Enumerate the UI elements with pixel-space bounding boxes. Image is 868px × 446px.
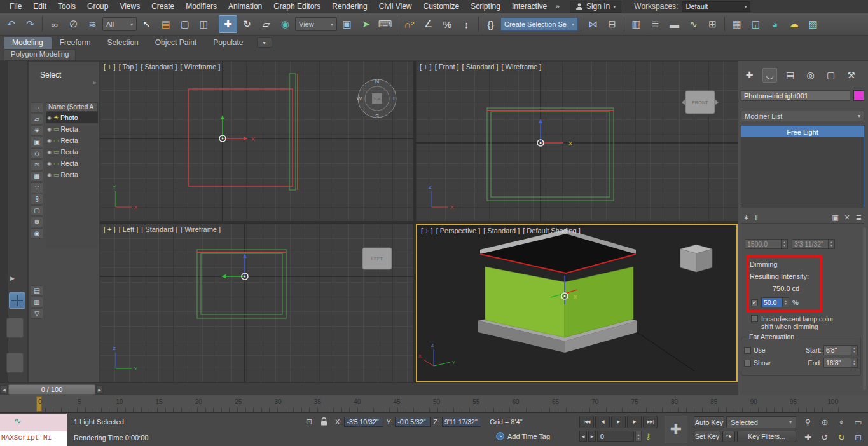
snaps-toggle-icon[interactable]: ∩² — [400, 15, 418, 33]
key-mode-toggle-icon[interactable]: ↷ — [722, 431, 735, 442]
undo-icon[interactable]: ↶ — [2, 15, 20, 33]
current-frame-field[interactable]: 0 — [597, 431, 634, 442]
intensity-spinner[interactable]: 1500.0 ▲▼ — [745, 239, 788, 249]
reference-coordinate-dropdown[interactable]: View ▾ — [295, 17, 337, 31]
menu-item[interactable]: Scripting — [465, 0, 506, 13]
ribbon-minimize-dropdown[interactable]: ▾ — [257, 37, 272, 48]
viewcube[interactable] — [680, 245, 712, 272]
select-object-icon[interactable]: ↖ — [137, 15, 156, 33]
distance-spinner[interactable]: 3'3 11/32" ▲▼ — [792, 239, 835, 249]
orbit-icon[interactable]: ↻ — [834, 430, 850, 445]
sign-in-button[interactable]: Sign In ▾ — [570, 1, 621, 13]
toggle-layer-explorer-icon[interactable]: ≣ — [646, 15, 665, 33]
make-unique-icon[interactable]: ▣ — [832, 213, 838, 222]
time-slider-prev-arrow[interactable]: ◀ — [1, 385, 8, 394]
x-coordinate-field[interactable]: -3'5 10/32" — [344, 417, 383, 427]
eye-icon[interactable]: ◉ — [47, 115, 52, 121]
maxscript-listener-text[interactable]: MAXScript Mi — [0, 431, 67, 446]
transform-type-in-toggle[interactable]: ✚ — [665, 416, 687, 443]
viewport-top[interactable]: [ + ][ Top ][ Standard ][ Wireframe ] X — [100, 61, 413, 221]
viewcube[interactable]: LEFT — [362, 248, 392, 269]
viewport-label-part[interactable]: [ Left ] — [119, 226, 139, 233]
render-gallery-icon[interactable]: ▧ — [804, 15, 822, 33]
eye-icon[interactable]: ◉ — [47, 126, 52, 132]
selection-filter-dropdown[interactable]: All ▾ — [102, 17, 137, 31]
time-slider-next-arrow[interactable]: ▶ — [96, 385, 103, 394]
menu-item[interactable]: Rendering — [326, 0, 373, 13]
menu-item[interactable]: Create — [146, 0, 180, 13]
show-end-result-icon[interactable]: ‖ — [755, 214, 758, 222]
set-key-button[interactable]: Set Key — [694, 431, 720, 442]
menu-item[interactable]: Edit — [27, 0, 52, 13]
ribbon-tab[interactable]: Modeling — [4, 37, 52, 49]
eye-icon[interactable]: ◉ — [47, 138, 52, 144]
mini-curve-editor-icon[interactable]: ∿ — [14, 416, 22, 426]
display-shapes-icon[interactable]: ▱ — [31, 114, 43, 125]
display-hidden-icon[interactable]: ◉ — [31, 228, 43, 239]
maximize-viewport-toggle-icon[interactable]: ⊡ — [850, 430, 866, 445]
rollout-scrollbar[interactable] — [863, 227, 866, 390]
display-lights-icon[interactable]: ☀ — [31, 125, 43, 136]
display-containers-icon[interactable]: ▢ — [31, 205, 43, 216]
spinner-arrows-icon[interactable]: ▲▼ — [782, 239, 788, 249]
maxscript-mini-listener[interactable]: MAXScript Mi — [0, 414, 67, 446]
render-setup-icon[interactable]: ▦ — [727, 15, 746, 33]
viewport-label-part[interactable]: [ Wireframe ] — [501, 63, 541, 71]
keyboard-shortcut-override-icon[interactable]: ⌨ — [376, 15, 394, 33]
create-tab-icon[interactable]: ✚ — [742, 68, 757, 83]
viewport-label-part[interactable]: [ + ] — [104, 63, 116, 71]
display-tab-icon[interactable]: ▢ — [823, 68, 838, 83]
ribbon-tab[interactable]: Selection — [99, 37, 146, 49]
distance-value[interactable]: 3'3 11/32" — [792, 239, 829, 249]
explorer-settings-icon[interactable]: ▥ — [31, 297, 43, 307]
ribbon-tab[interactable]: Object Paint — [147, 37, 205, 49]
toggle-scene-explorer-icon[interactable]: ▥ — [627, 15, 645, 33]
eye-icon[interactable]: ◉ — [47, 172, 52, 178]
percent-snap-toggle-icon[interactable]: % — [438, 15, 457, 33]
dimming-percent-spinner[interactable]: 50.0 ▲▼ — [761, 297, 789, 307]
room-model[interactable] — [478, 229, 694, 371]
filter-funnel-icon[interactable]: ▽ — [31, 308, 43, 319]
select-and-move-icon[interactable]: ✚ — [219, 15, 237, 33]
play-button[interactable]: ▶ — [611, 416, 626, 428]
auto-key-button[interactable]: Auto Key — [694, 416, 724, 428]
display-space-warps-icon[interactable]: ≋ — [31, 159, 43, 170]
scene-object-row[interactable]: ◉ ▭ Recta — [46, 169, 98, 180]
viewcube-compass[interactable]: TOP N W E S — [357, 78, 397, 119]
unlink-selection-icon[interactable]: ∅ — [64, 15, 83, 33]
y-coordinate-field[interactable]: -0'0 5/32" — [395, 417, 431, 427]
viewport-label-part[interactable]: [ + ] — [104, 226, 116, 233]
pan-view-icon[interactable]: ✚ — [800, 430, 816, 445]
zoom-extents-icon[interactable]: ⌖ — [834, 415, 850, 429]
modify-tab-icon[interactable]: ◡ — [762, 68, 777, 83]
frame-forward-arrow[interactable]: ▶ — [588, 431, 596, 442]
menu-item[interactable]: Interactive — [506, 0, 553, 13]
modifier-stack[interactable]: Free Light — [741, 126, 864, 208]
viewport-label-part[interactable]: [ Standard ] — [462, 63, 499, 71]
menu-item[interactable]: Group — [81, 0, 114, 13]
scene-object-row[interactable]: ◉ ▭ Recta — [46, 123, 98, 135]
schematic-view-icon[interactable]: ⊞ — [703, 15, 722, 33]
display-particles-icon[interactable]: ∵ — [31, 182, 43, 193]
add-time-tag[interactable]: Add Time Tag — [496, 432, 550, 440]
viewport-label-part[interactable]: [ Top ] — [119, 63, 138, 71]
redo-icon[interactable]: ↷ — [21, 15, 39, 33]
dimming-checkbox[interactable]: ✓ — [751, 299, 758, 306]
eye-icon[interactable]: ◉ — [47, 149, 52, 155]
configure-modifier-sets-icon[interactable]: ≣ — [856, 213, 862, 222]
motion-tab-icon[interactable]: ◎ — [803, 68, 818, 83]
isolate-selection-toggle-icon[interactable]: ⊡ — [306, 417, 312, 426]
spinner-arrows-icon[interactable]: ▲▼ — [829, 239, 835, 249]
window-crossing-toggle-icon[interactable]: ◫ — [195, 15, 213, 33]
viewport-label-part[interactable]: [ + ] — [421, 227, 433, 234]
viewport-label-part[interactable]: [ + ] — [420, 63, 432, 71]
far-attenuation-show-checkbox[interactable] — [744, 360, 751, 367]
select-by-name-icon[interactable]: ▤ — [156, 15, 175, 33]
panel-overflow-chevrons[interactable]: » — [93, 79, 96, 86]
display-helpers-icon[interactable]: ◇ — [31, 148, 43, 159]
rectangular-selection-region-icon[interactable]: ▢ — [176, 15, 194, 33]
far-attenuation-use-checkbox[interactable] — [744, 347, 751, 354]
viewport-label-part[interactable]: [ Default Shading ] — [523, 227, 581, 234]
viewport-perspective[interactable]: [ + ][ Perspective ][ Standard ][ Defaul… — [416, 224, 738, 382]
select-and-link-icon[interactable]: ∞ — [45, 15, 64, 33]
